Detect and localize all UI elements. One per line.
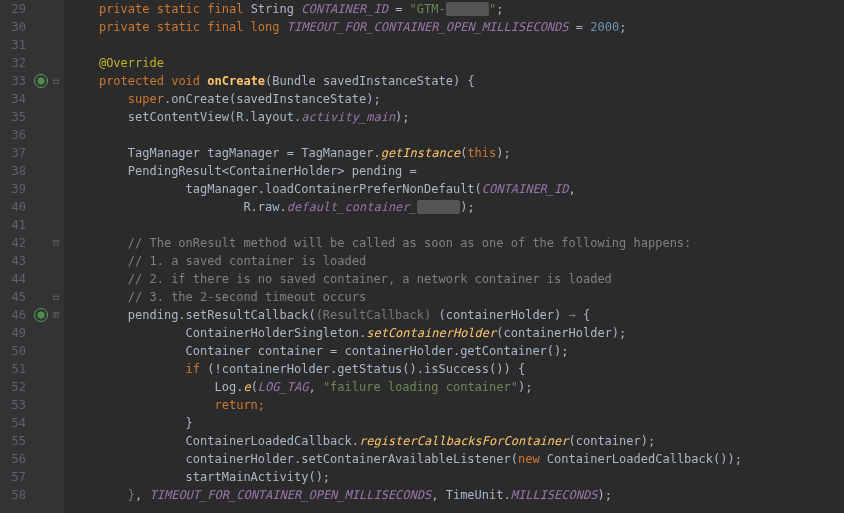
code-line[interactable] (70, 126, 742, 144)
line-numbers: 2930313233343536373839404142434445464950… (0, 0, 32, 513)
line-number: 39 (0, 180, 26, 198)
code-line[interactable]: // 3. the 2-second timeout occurs (70, 288, 742, 306)
fold-collapse-icon[interactable]: ⊟ (50, 234, 62, 252)
code-line[interactable]: TagManager tagManager = TagManager.getIn… (70, 144, 742, 162)
line-number: 37 (0, 144, 26, 162)
line-number: 45 (0, 288, 26, 306)
fold-expand-icon[interactable]: ⊞ (50, 306, 62, 324)
code-line[interactable] (70, 216, 742, 234)
code-line[interactable]: PendingResult<ContainerHolder> pending = (70, 162, 742, 180)
line-number: 53 (0, 396, 26, 414)
code-line[interactable]: startMainActivity(); (70, 468, 742, 486)
code-line[interactable]: R.raw.default_container_xxxxxx); (70, 198, 742, 216)
line-number: 58 (0, 486, 26, 504)
code-line[interactable]: protected void onCreate(Bundle savedInst… (70, 72, 742, 90)
line-number: 56 (0, 450, 26, 468)
code-line[interactable] (70, 36, 742, 54)
line-number: 54 (0, 414, 26, 432)
code-line[interactable]: @Override (70, 54, 742, 72)
code-line[interactable]: Log.e(LOG_TAG, "failure loading containe… (70, 378, 742, 396)
code-area[interactable]: private static final String CONTAINER_ID… (64, 0, 742, 513)
line-number: 40 (0, 198, 26, 216)
line-number: 29 (0, 0, 26, 18)
code-line[interactable]: // The onResult method will be called as… (70, 234, 742, 252)
line-number: 38 (0, 162, 26, 180)
line-number: 33 (0, 72, 26, 90)
code-line[interactable]: private static final long TIMEOUT_FOR_CO… (70, 18, 742, 36)
gutter-marks (32, 0, 50, 513)
code-line[interactable]: super.onCreate(savedInstanceState); (70, 90, 742, 108)
line-number: 55 (0, 432, 26, 450)
code-line[interactable]: } (70, 414, 742, 432)
line-number: 44 (0, 270, 26, 288)
line-number: 42 (0, 234, 26, 252)
fold-column: ⊟⊟⊟⊞ (50, 0, 64, 513)
line-number: 57 (0, 468, 26, 486)
line-number: 32 (0, 54, 26, 72)
code-line[interactable]: pending.setResultCallback((ResultCallbac… (70, 306, 742, 324)
line-number: 49 (0, 324, 26, 342)
code-editor[interactable]: 2930313233343536373839404142434445464950… (0, 0, 844, 513)
line-number: 50 (0, 342, 26, 360)
code-line[interactable]: }, TIMEOUT_FOR_CONTAINER_OPEN_MILLISECON… (70, 486, 742, 504)
fold-collapse-icon[interactable]: ⊟ (50, 72, 62, 90)
code-line[interactable]: private static final String CONTAINER_ID… (70, 0, 742, 18)
line-number: 35 (0, 108, 26, 126)
line-number: 34 (0, 90, 26, 108)
code-line[interactable]: // 1. a saved container is loaded (70, 252, 742, 270)
line-number: 31 (0, 36, 26, 54)
line-number: 30 (0, 18, 26, 36)
code-line[interactable]: ContainerLoadedCallback.registerCallback… (70, 432, 742, 450)
line-number: 36 (0, 126, 26, 144)
line-number: 51 (0, 360, 26, 378)
line-number: 43 (0, 252, 26, 270)
fold-collapse-icon[interactable]: ⊟ (50, 288, 62, 306)
code-line[interactable]: return; (70, 396, 742, 414)
code-line[interactable]: Container container = containerHolder.ge… (70, 342, 742, 360)
code-line[interactable]: if (!containerHolder.getStatus().isSucce… (70, 360, 742, 378)
line-number: 46 (0, 306, 26, 324)
code-line[interactable]: setContentView(R.layout.activity_main); (70, 108, 742, 126)
code-line[interactable]: tagManager.loadContainerPreferNonDefault… (70, 180, 742, 198)
code-line[interactable]: containerHolder.setContainerAvailableLis… (70, 450, 742, 468)
editor-gutter: 2930313233343536373839404142434445464950… (0, 0, 64, 513)
override-marker-icon[interactable] (34, 74, 48, 88)
line-number: 52 (0, 378, 26, 396)
override-marker-icon[interactable] (34, 308, 48, 322)
line-number: 41 (0, 216, 26, 234)
code-line[interactable]: // 2. if there is no saved container, a … (70, 270, 742, 288)
code-line[interactable]: ContainerHolderSingleton.setContainerHol… (70, 324, 742, 342)
